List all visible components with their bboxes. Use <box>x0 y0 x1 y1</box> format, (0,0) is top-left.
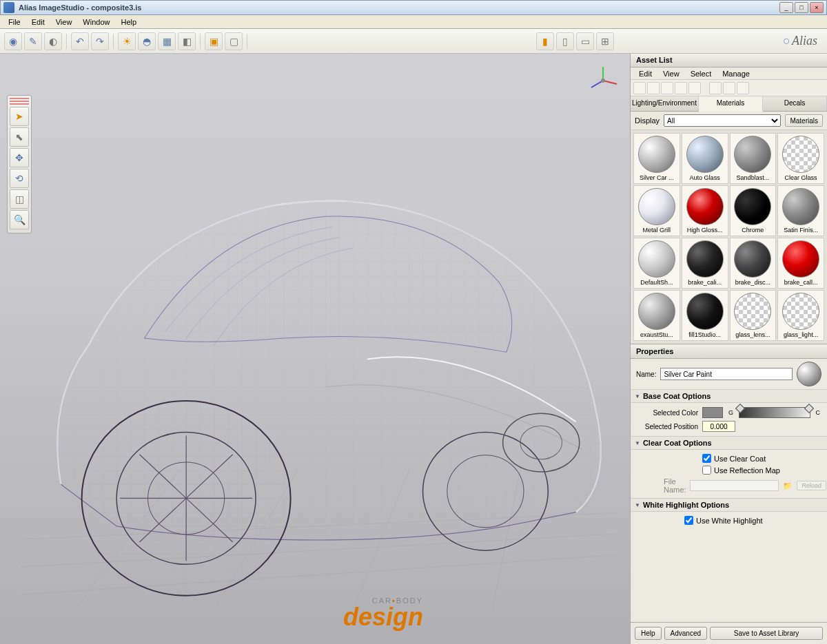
material-swatch[interactable]: Silver Car ... <box>633 133 680 184</box>
menu-window[interactable]: Window <box>77 17 115 28</box>
tool-env-icon[interactable]: ▦ <box>158 32 176 50</box>
clear-coat-header[interactable]: ▼ Clear Coat Options <box>631 436 827 450</box>
material-swatch[interactable]: Metal Grill <box>633 185 680 236</box>
panel-tool-icon[interactable] <box>661 82 673 94</box>
asset-menu-edit[interactable]: Edit <box>633 68 657 79</box>
material-swatch[interactable]: Chrome <box>730 185 777 236</box>
asset-list-header: Asset List <box>631 54 827 67</box>
tool-undo-icon[interactable]: ↶ <box>71 32 89 50</box>
material-swatch[interactable]: Auto Glass <box>682 133 728 184</box>
material-sphere-icon <box>782 240 819 278</box>
material-swatch[interactable]: brake_call... <box>777 238 824 289</box>
minimize-button[interactable]: _ <box>779 2 793 13</box>
asset-menu-select[interactable]: Select <box>685 68 717 79</box>
material-swatch[interactable]: DefaultSh... <box>633 238 680 289</box>
panel-tool-icon[interactable] <box>709 82 722 94</box>
panel-tool-icon[interactable] <box>633 82 646 94</box>
material-swatch[interactable]: brake_cali... <box>682 238 728 289</box>
gradient-slider[interactable] <box>739 407 810 418</box>
use-reflection-map-checkbox[interactable] <box>702 466 711 475</box>
axis-widget-icon[interactable] <box>586 63 620 98</box>
material-swatch[interactable]: Satin Finis... <box>777 185 824 236</box>
white-highlight-header[interactable]: ▼ White Highlight Options <box>631 498 827 512</box>
material-label: Sandblast... <box>733 174 772 181</box>
base-coat-header[interactable]: ▼ Base Coat Options <box>631 389 827 403</box>
collapse-triangle-icon: ▼ <box>635 393 640 399</box>
tab-decals[interactable]: Decals <box>763 96 827 111</box>
close-button[interactable]: × <box>810 2 824 13</box>
view-split-v-icon[interactable]: ▭ <box>576 32 594 50</box>
selected-position-input[interactable] <box>702 421 735 432</box>
tool-preview-icon[interactable]: ▢ <box>225 32 243 50</box>
menu-view[interactable]: View <box>50 17 78 28</box>
material-sphere-icon <box>638 293 675 330</box>
material-preview-sphere-icon <box>797 362 821 386</box>
material-swatch[interactable]: High Gloss... <box>682 185 728 236</box>
panel-tool-icon[interactable] <box>675 82 687 94</box>
asset-menu-view[interactable]: View <box>657 68 685 79</box>
panel-tool-icon[interactable] <box>688 82 701 94</box>
tab-materials[interactable]: Materials <box>699 96 763 112</box>
tool-new-icon[interactable]: ◉ <box>4 32 22 50</box>
material-sphere-icon <box>782 188 819 225</box>
panel-tool-icon[interactable] <box>647 82 660 94</box>
material-label: Satin Finis... <box>782 227 820 233</box>
material-label: glass_light... <box>782 331 820 338</box>
material-sphere-icon <box>734 188 771 225</box>
material-label: Auto Glass <box>686 174 724 181</box>
tool-open-icon[interactable]: ✎ <box>24 32 42 50</box>
properties-section: Properties Name: ▼ Base Coat Options Sel… <box>631 344 827 529</box>
view-quad-icon[interactable]: ⊞ <box>596 32 614 50</box>
viewport[interactable]: ➤ ⬉ ✥ ⟲ ◫ 🔍 <box>0 54 630 644</box>
tool-redo-icon[interactable]: ↷ <box>91 32 109 50</box>
display-filter-row: Display All Materials <box>631 112 827 130</box>
name-input[interactable] <box>660 368 793 380</box>
material-swatch[interactable]: brake_disc... <box>730 238 777 289</box>
brand-logo: Alias <box>783 34 823 48</box>
maximize-button[interactable]: □ <box>795 2 808 13</box>
materials-button[interactable]: Materials <box>785 114 823 127</box>
help-button[interactable]: Help <box>635 627 662 640</box>
tool-camera-icon[interactable]: ◧ <box>178 32 196 50</box>
display-select[interactable]: All <box>664 114 781 127</box>
menu-bar: File Edit View Window Help <box>0 15 827 29</box>
file-name-label: File Name: <box>664 477 686 494</box>
advanced-button[interactable]: Advanced <box>664 627 707 640</box>
view-split-h-icon[interactable]: ▯ <box>556 32 574 50</box>
asset-list-menubar: Edit View Select Manage <box>631 67 827 80</box>
material-label: High Gloss... <box>686 227 724 233</box>
material-swatch[interactable]: glass_lens... <box>730 290 777 341</box>
material-sphere-icon <box>686 240 724 278</box>
panel-tool-icon[interactable] <box>723 82 735 94</box>
tab-lighting[interactable]: Lighting/Environment <box>631 96 699 111</box>
tool-light-icon[interactable]: ☀ <box>118 32 136 50</box>
use-white-highlight-checkbox[interactable] <box>684 516 693 525</box>
save-to-library-button[interactable]: Save to Asset Library <box>710 627 823 640</box>
material-label: glass_lens... <box>733 331 772 338</box>
material-sphere-icon <box>686 188 724 225</box>
material-swatch[interactable]: Clear Glass <box>777 133 824 184</box>
material-sphere-icon <box>734 240 771 278</box>
material-swatch[interactable]: exaustStu... <box>633 290 680 341</box>
material-sphere-icon <box>638 188 675 225</box>
material-label: Metal Grill <box>637 227 676 233</box>
asset-menu-manage[interactable]: Manage <box>717 68 755 79</box>
tool-render-icon[interactable]: ▣ <box>205 32 223 50</box>
tool-save-icon[interactable]: ◐ <box>44 32 62 50</box>
material-swatch[interactable]: glass_light... <box>777 290 824 341</box>
white-highlight-body: Use White Highlight <box>631 512 827 529</box>
menu-file[interactable]: File <box>3 17 26 28</box>
window-controls: _ □ × <box>779 2 824 13</box>
material-swatch[interactable]: Sandblast... <box>730 133 777 184</box>
material-swatch[interactable]: fill1Studio... <box>682 290 728 341</box>
tool-material-icon[interactable]: ◓ <box>138 32 156 50</box>
panel-tool-icon[interactable] <box>737 82 749 94</box>
use-clear-coat-checkbox[interactable] <box>702 454 711 463</box>
selected-color-swatch[interactable] <box>702 407 723 418</box>
palette-grip[interactable] <box>10 98 29 105</box>
view-single-icon[interactable]: ▮ <box>536 32 554 50</box>
collapse-triangle-icon: ▼ <box>635 502 640 508</box>
menu-edit[interactable]: Edit <box>26 17 50 28</box>
menu-help[interactable]: Help <box>115 17 142 28</box>
properties-header: Properties <box>631 344 827 359</box>
